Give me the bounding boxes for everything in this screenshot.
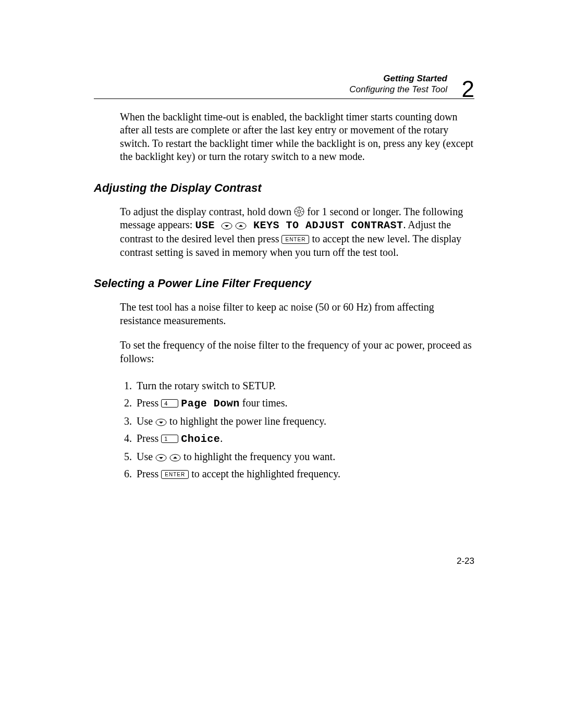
- down-arrow-icon: [221, 222, 232, 230]
- chapter-title: Getting Started: [383, 73, 447, 83]
- contrast-paragraph: To adjust the display contrast, hold dow…: [120, 205, 474, 259]
- backlight-key-icon: [294, 206, 304, 217]
- page-number: 2-23: [457, 556, 474, 566]
- svg-line-8: [296, 213, 297, 214]
- intro-paragraph: When the backlight time-out is enabled, …: [120, 110, 474, 164]
- key-1-icon: 1: [161, 435, 178, 443]
- filter-paragraph-2: To set the frequency of the noise filter…: [120, 339, 474, 365]
- display-message-use: USE: [195, 219, 221, 231]
- display-message-keys: KEYS TO ADJUST CONTRAST: [247, 219, 403, 231]
- heading-adjusting-contrast: Adjusting the Display Contrast: [94, 181, 474, 195]
- step-5: Use to highlight the frequency you want.: [134, 448, 474, 465]
- chapter-number: 2: [462, 78, 474, 101]
- key-4-icon: 4: [161, 399, 178, 408]
- step-6: Press ENTER to accept the highlighted fr…: [134, 465, 474, 482]
- text: .: [220, 433, 223, 444]
- text: four times.: [240, 397, 288, 409]
- svg-point-1: [298, 210, 301, 213]
- svg-line-9: [301, 208, 302, 209]
- header-text: Getting Started Configuring the Test Too…: [94, 73, 474, 95]
- text: Use: [137, 415, 155, 427]
- svg-line-7: [301, 213, 302, 214]
- down-arrow-icon: [155, 418, 167, 426]
- svg-line-6: [296, 208, 297, 209]
- text: Use: [137, 451, 155, 462]
- enter-key-icon: ENTER: [282, 235, 309, 244]
- up-arrow-icon: [235, 222, 247, 230]
- step-4: Press 1 Choice.: [134, 430, 474, 448]
- down-arrow-icon: [155, 454, 167, 462]
- step-3: Use to highlight the power line frequenc…: [134, 413, 474, 429]
- text: to highlight the power line frequency.: [167, 415, 326, 427]
- up-arrow-icon: [169, 454, 181, 462]
- section-title: Configuring the Test Tool: [349, 84, 447, 94]
- page-header: Getting Started Configuring the Test Too…: [94, 73, 474, 99]
- text: To adjust the display contrast, hold dow…: [120, 206, 294, 217]
- text: to accept the highlighted frequency.: [189, 468, 340, 479]
- filter-paragraph-1: The test tool has a noise filter to keep…: [120, 301, 474, 327]
- step-1: Turn the rotary switch to SETUP.: [134, 377, 474, 394]
- text: Press: [137, 433, 161, 444]
- text: Press: [137, 468, 161, 479]
- enter-key-icon: ENTER: [161, 470, 189, 479]
- heading-power-line-filter: Selecting a Power Line Filter Frequency: [94, 277, 474, 290]
- step-2: Press 4 Page Down four times.: [134, 394, 474, 412]
- softkey-label: Choice: [181, 433, 220, 445]
- text: to highlight the frequency you want.: [181, 451, 335, 462]
- steps-list: Turn the rotary switch to SETUP. Press 4…: [120, 377, 474, 482]
- text: Press: [137, 397, 161, 409]
- page-content: Getting Started Configuring the Test Too…: [0, 0, 563, 482]
- softkey-label: Page Down: [181, 398, 240, 410]
